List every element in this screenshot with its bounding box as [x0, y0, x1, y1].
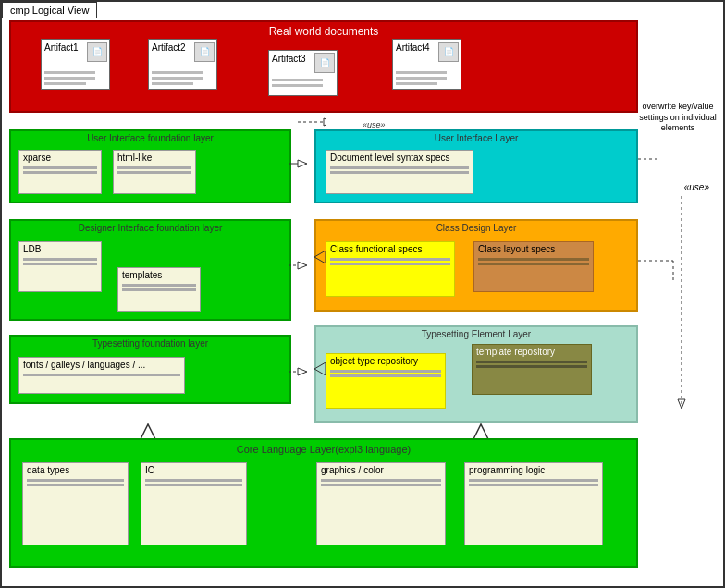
- fonts-box: fonts / galleys / languages / ...: [18, 357, 185, 394]
- ui-layer: User Interface Layer Document level synt…: [314, 129, 638, 203]
- xparse-label: xparse: [19, 151, 101, 165]
- svg-marker-15: [141, 424, 155, 439]
- svg-marker-7: [314, 251, 326, 263]
- right-dashed-arrow: [638, 150, 661, 168]
- class-functional-box: Class functional specs: [326, 241, 455, 297]
- graphics-color-box: graphics / color: [316, 462, 446, 545]
- artifact2-lines: [152, 71, 214, 85]
- fonts-label: fonts / galleys / languages / ...: [19, 358, 184, 372]
- typesetting-foundation-title: Typesetting foundation layer: [11, 337, 289, 350]
- sidebar-overwrite-text: overwrite key/value settings on individu…: [637, 102, 719, 134]
- typesetting-foundation-layer: Typesetting foundation layer fonts / gal…: [9, 335, 291, 404]
- doc-syntax-box: Document level syntax specs: [326, 150, 473, 194]
- artifact4: Artifact4 📄: [392, 39, 461, 90]
- class-functional-label: Class functional specs: [326, 242, 454, 256]
- svg-marker-16: [473, 424, 488, 439]
- ldb-label: LDB: [19, 242, 101, 256]
- class-design-layer: Class Design Layer Class functional spec…: [314, 219, 638, 312]
- data-types-label: data types: [23, 463, 128, 477]
- sidebar-use-label: «use»: [684, 182, 709, 192]
- graphics-color-label: graphics / color: [317, 463, 445, 477]
- artifact3-icon: 📄: [314, 53, 335, 73]
- ldb-box: LDB: [18, 241, 102, 292]
- templates-label: templates: [118, 268, 200, 282]
- class-design-title: Class Design Layer: [316, 221, 636, 235]
- artifact1: Artifact1 📄: [41, 39, 110, 90]
- xparse-box: xparse: [18, 150, 102, 194]
- ui-layer-title: User Interface Layer: [316, 131, 636, 145]
- right-vertical-dashed: [672, 196, 691, 409]
- use-arrow-line: [298, 113, 326, 131]
- real-world-title: Real world documents: [11, 22, 636, 41]
- svg-marker-3: [298, 160, 307, 167]
- typesetting-element-layer: Typesetting Element Layer object type re…: [314, 325, 638, 423]
- diagram-title: cmp Logical View: [10, 5, 89, 16]
- html-like-label: html-like: [114, 151, 195, 165]
- designer-foundation-layer: Designer Interface foundation layer LDB …: [9, 219, 291, 321]
- doc-syntax-label: Document level syntax specs: [326, 151, 473, 165]
- typesetting-element-left-arrow: [314, 362, 327, 375]
- programming-logic-box: programming logic: [464, 462, 603, 545]
- template-repo-label: template repository: [473, 345, 591, 359]
- svg-marker-6: [298, 262, 307, 269]
- programming-logic-label: programming logic: [465, 463, 602, 477]
- class-right-dashed: [638, 247, 675, 284]
- svg-marker-1: [324, 118, 326, 126]
- core-language-title: Core Language Layer(expl3 language): [11, 440, 636, 459]
- artifact1-lines: [44, 71, 106, 85]
- typesetting-element-title: Typesetting Element Layer: [316, 327, 636, 341]
- class-layout-label: Class layout specs: [474, 242, 593, 256]
- io-label: IO: [141, 463, 246, 477]
- artifact1-icon: 📄: [87, 42, 107, 62]
- artifact2: Artifact2 📄: [148, 39, 217, 90]
- artifact3: Artifact3 📄: [268, 50, 338, 96]
- artifact4-lines: [396, 71, 458, 85]
- object-type-label: object type repository: [326, 354, 445, 368]
- templates-box: templates: [117, 267, 201, 312]
- io-box: IO: [141, 462, 247, 545]
- svg-marker-12: [314, 362, 326, 375]
- artifact3-lines: [272, 79, 334, 87]
- artifact4-icon: 📄: [438, 42, 459, 62]
- artifact2-icon: 📄: [194, 42, 215, 62]
- object-type-box: object type repository: [326, 353, 446, 409]
- html-like-box: html-like: [113, 150, 196, 194]
- ui-foundation-layer: User Interface foundation layer xparse h…: [9, 129, 291, 203]
- main-container: cmp Logical View Real world documents Ar…: [0, 0, 725, 588]
- class-layout-box: Class layout specs: [473, 241, 594, 292]
- ui-foundation-title: User Interface foundation layer: [11, 131, 289, 145]
- title-tab: cmp Logical View: [2, 2, 97, 18]
- use-arrow-label: «use»: [362, 120, 386, 129]
- real-world-box: Real world documents Artifact1 📄 Artifac…: [9, 20, 638, 113]
- template-repo-box: template repository: [472, 344, 592, 395]
- designer-foundation-title: Designer Interface foundation layer: [11, 221, 289, 235]
- svg-marker-11: [298, 368, 307, 375]
- data-types-box: data types: [22, 462, 129, 545]
- class-design-left-arrow: [314, 251, 327, 263]
- core-language-layer: Core Language Layer(expl3 language) data…: [9, 438, 638, 568]
